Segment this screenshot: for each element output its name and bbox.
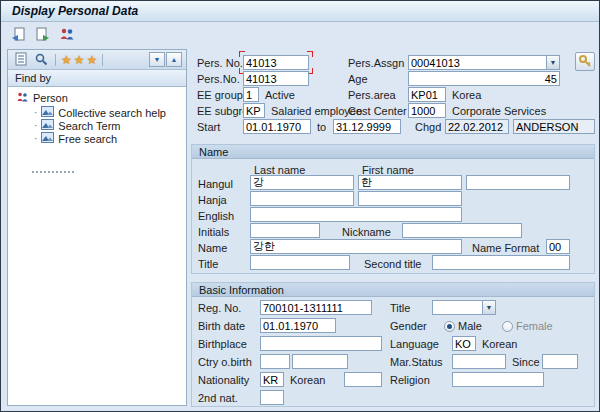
chevron-down-icon[interactable]: ▼ <box>546 56 559 69</box>
pers-assgn-combo[interactable]: ▼ <box>408 55 560 70</box>
gender-label: Gender <box>390 319 427 333</box>
chevron-up-icon: ▲ <box>171 56 178 63</box>
tree-bullet: · <box>34 107 37 118</box>
ctry-birth-text-input[interactable] <box>292 354 348 369</box>
english-label: English <box>198 209 234 223</box>
age-label: Age <box>348 72 368 86</box>
language-input[interactable] <box>452 336 476 351</box>
tree-item-free-search[interactable]: · Free search <box>34 132 117 145</box>
collapse-all-button[interactable]: ▼ <box>149 52 165 67</box>
two-persons-icon <box>16 91 29 105</box>
splitter-handle[interactable] <box>32 171 74 173</box>
expand-all-button[interactable]: ▲ <box>166 52 182 67</box>
since-input[interactable] <box>542 354 578 369</box>
nationality-text: Korean <box>290 373 325 387</box>
favorite-star-icon[interactable]: ★ <box>74 54 85 66</box>
hangul-first-input[interactable] <box>358 175 462 190</box>
cost-center-input[interactable] <box>408 103 446 118</box>
ee-group-label: EE group <box>197 88 243 102</box>
nationality-input[interactable] <box>260 372 284 387</box>
pers-assgn-label: Pers.Assgn <box>348 56 404 70</box>
tree-item-label: Search Term <box>58 120 120 132</box>
chgd-date-input[interactable] <box>445 119 509 134</box>
page-title: Display Personal Data <box>12 4 138 18</box>
tree-item-search-term[interactable]: · Search Term <box>34 119 121 132</box>
window-titlebar: Display Personal Data <box>1 1 599 22</box>
tree-bullet: · <box>34 133 37 144</box>
birth-date-label: Birth date <box>198 319 245 333</box>
person-button[interactable] <box>56 25 77 45</box>
hanja-last-input[interactable] <box>250 191 354 206</box>
ee-subgroup-input[interactable] <box>243 103 265 118</box>
ctry-birth-input[interactable] <box>260 354 290 369</box>
birthplace-input[interactable] <box>260 336 382 351</box>
pers-no2-input[interactable] <box>243 71 309 86</box>
full-name-input[interactable] <box>250 239 462 254</box>
name-format-label: Name Format <box>472 241 539 255</box>
hanja-first-input[interactable] <box>358 191 462 206</box>
hangul-last-input[interactable] <box>250 175 354 190</box>
language-label: Language <box>390 337 439 351</box>
pers-area-text: Korea <box>452 88 481 102</box>
ee-group-input[interactable] <box>243 87 259 102</box>
end-date-input[interactable] <box>333 119 401 134</box>
chgd-by-input[interactable] <box>513 119 595 134</box>
hit-list-button[interactable] <box>12 51 30 68</box>
pers-assgn-input[interactable] <box>408 55 560 70</box>
cost-center-text: Corporate Services <box>452 104 546 118</box>
male-label: Male <box>458 320 482 332</box>
religion-input[interactable] <box>452 372 544 387</box>
nationality-extra-input[interactable] <box>344 372 382 387</box>
birth-date-input[interactable] <box>260 318 336 333</box>
hangul-extra-input[interactable] <box>466 175 570 190</box>
second-title-label: Second title <box>364 257 421 271</box>
initials-input[interactable] <box>250 223 320 238</box>
pers-no-input[interactable] <box>243 55 309 70</box>
second-title-input[interactable] <box>432 255 570 270</box>
pers-area-input[interactable] <box>408 87 446 102</box>
name-format-input[interactable] <box>546 239 570 254</box>
second-nat-input[interactable] <box>260 390 284 405</box>
section-title: Basic Information <box>199 284 284 296</box>
nickname-input[interactable] <box>402 223 522 238</box>
sidebar-toolbar: ★ ★ ★ ▼ ▲ <box>8 50 186 70</box>
basic-info-section-header: Basic Information <box>192 283 594 297</box>
toolbar-separator <box>102 54 103 66</box>
radio-selected-icon <box>444 321 455 332</box>
mar-status-label: Mar.Status <box>390 355 443 369</box>
next-record-button[interactable] <box>32 25 53 45</box>
toolbar-separator <box>55 54 56 66</box>
find-by-header: Find by <box>8 70 186 87</box>
second-nat-label: 2nd nat. <box>198 391 238 405</box>
reg-no-input[interactable] <box>260 300 372 315</box>
gender-male-radio[interactable]: Male <box>444 319 482 333</box>
key-button[interactable] <box>575 52 595 71</box>
search-button[interactable] <box>32 51 50 68</box>
hit-list-icon <box>14 52 28 68</box>
search-sidebar: ★ ★ ★ ▼ ▲ Find by Person · Collective se… <box>7 49 187 406</box>
two-persons-icon <box>59 27 75 43</box>
search-help-icon <box>41 132 54 145</box>
start-date-input[interactable] <box>243 119 311 134</box>
title-input[interactable] <box>250 255 350 270</box>
chevron-down-icon[interactable]: ▼ <box>482 301 495 314</box>
tree-item-collective-search-help[interactable]: · Collective search help <box>34 106 166 119</box>
gender-female-radio[interactable]: Female <box>502 319 553 333</box>
favorite-star-icon[interactable]: ★ <box>61 54 72 66</box>
cost-center-label: Cost Center <box>348 104 407 118</box>
female-label: Female <box>516 320 553 332</box>
tree-item-label: Free search <box>58 133 117 145</box>
tree-bullet: · <box>34 120 37 131</box>
mar-status-input[interactable] <box>452 354 506 369</box>
favorite-star-icon[interactable]: ★ <box>87 54 98 66</box>
english-name-input[interactable] <box>250 207 462 222</box>
key-icon <box>578 54 592 70</box>
basic-title-combo[interactable]: ▼ <box>432 300 496 315</box>
basic-info-section: Basic Information Reg. No. Title ▼ Birth… <box>191 282 595 407</box>
prev-record-button[interactable] <box>8 25 29 45</box>
initials-label: Initials <box>198 225 229 239</box>
name-section-header: Name <box>192 145 594 159</box>
age-input[interactable] <box>408 71 560 86</box>
start-label: Start <box>197 120 220 134</box>
tree-node-person[interactable]: Person <box>16 91 68 104</box>
